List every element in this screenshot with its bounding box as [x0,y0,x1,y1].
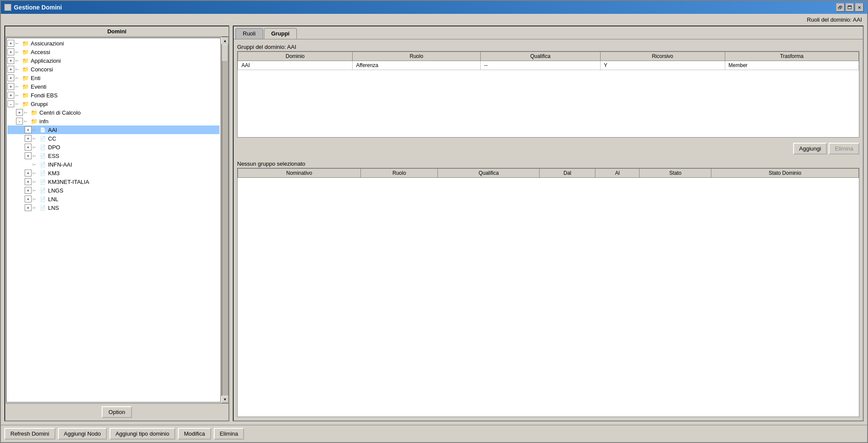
expander-lngs[interactable]: + [25,187,32,194]
expander-fondi-ebs[interactable]: + [7,92,14,99]
label-km3: KM3 [48,170,60,177]
tab-gruppi[interactable]: Gruppi [264,28,297,39]
groups-section: Gruppi del dominio: AAI Dominio Ruolo Qu… [237,43,859,138]
restore-button[interactable]: 🗗 [836,3,845,12]
tree-item-centri-calcolo[interactable]: + ⊢ 📁 Centri di Calcolo [7,108,219,117]
label-lnl: LNL [48,196,58,202]
elimina-button[interactable]: Elimina [214,428,244,440]
maximize-button[interactable]: 🗖 [845,3,854,12]
option-area: Option [5,403,228,421]
label-concorsi: Concorsi [31,66,53,73]
tree-item-lngs[interactable]: + ⊢ 📄 LNGS [7,186,219,195]
window-title: Gestione Domini [14,4,62,11]
expander-infn[interactable]: - [16,118,23,125]
folder-icon-gruppi: 📁 [22,100,29,107]
label-aai: AAI [48,127,57,133]
tree-item-concorsi[interactable]: + ⊢ 📁 Concorsi [7,65,219,74]
tree-item-fondi-ebs[interactable]: + ⊢ 📁 Fondi EBS [7,91,219,100]
option-button[interactable]: Option [102,406,132,418]
aggiungi-tipo-button[interactable]: Aggiungi tipo dominio [109,428,175,440]
label-dpo: DPO [48,144,60,151]
cell-qualifica: -- [480,61,600,70]
scroll-thumb[interactable] [222,44,228,61]
col-trasforma: Trasforma [725,52,858,61]
cell-ruolo: Afferenza [352,61,480,70]
expander-cc[interactable]: + [25,135,32,142]
window-icon [4,4,11,11]
expander-assicurazioni[interactable]: + [7,40,14,47]
doc-icon-aai: 📄 [39,126,46,133]
expander-km3net-italia[interactable]: + [25,178,32,185]
scroll-track[interactable] [222,44,228,396]
expander-gruppi[interactable]: - [7,100,14,107]
tree-item-lnl[interactable]: + ⊢ 📄 LNL [7,195,219,203]
tree-item-km3net-italia[interactable]: + ⊢ 📄 KM3NET-ITALIA [7,177,219,186]
expander-km3[interactable]: + [25,170,32,177]
doc-icon-km3net-italia: 📄 [39,178,46,185]
tree-item-cc[interactable]: + ⊢ 📄 CC [7,134,219,143]
expander-centri-calcolo[interactable]: + [16,109,23,116]
tree-item-accessi[interactable]: + ⊢ 📁 Accessi [7,48,219,56]
expander-accessi[interactable]: + [7,48,14,55]
label-km3net-italia: KM3NET-ITALIA [48,179,89,185]
aggiungi-nodo-button[interactable]: Aggiungi Nodo [58,428,107,440]
folder-icon-applicazioni: 📁 [22,57,29,64]
tree-item-gruppi[interactable]: - ⊢ 📁 Gruppi [7,100,219,108]
doc-icon-lnl: 📄 [39,196,46,202]
scroll-down-button[interactable]: ▼ [222,396,228,403]
modifica-button[interactable]: Modifica [178,428,211,440]
tree-item-applicazioni[interactable]: + ⊢ 📁 Applicazioni [7,56,219,65]
expander-lns[interactable]: + [25,204,32,211]
tab-content-gruppi: Gruppi del dominio: AAI Dominio Ruolo Qu… [234,39,863,421]
tree-area[interactable]: + ⊢ 📁 Assicurazioni + ⊢ 📁 Accessi + ⊢ [6,38,221,402]
titlebar-controls: 🗗 🗖 ✕ [836,3,864,12]
folder-icon-enti: 📁 [22,74,29,81]
expander-concorsi[interactable]: + [7,66,14,73]
tree-item-lns[interactable]: + ⊢ 📄 LNS [7,203,219,212]
scroll-up-button[interactable]: ▲ [222,37,228,44]
label-enti: Enti [31,75,40,81]
members-table: Nominativo Ruolo Qualifica Dal Al Stato … [238,168,859,178]
label-infn-aai: INFN-AAI [48,161,72,168]
col-dominio: Dominio [238,52,353,61]
label-fondi-ebs: Fondi EBS [31,92,58,99]
tree-scrollbar[interactable]: ▲ ▼ [222,37,228,403]
table-row[interactable]: AAI Afferenza -- Y Member [238,61,859,70]
label-lngs: LNGS [48,187,63,194]
expander-aai[interactable]: + [25,126,32,133]
col-stato: Stato [640,169,711,178]
tree-item-aai[interactable]: + ⊢ 📄 AAI [7,125,219,134]
col-m-qualifica: Qualifica [438,169,540,178]
col-nominativo: Nominativo [238,169,361,178]
expander-lnl[interactable]: + [25,196,32,202]
tree-item-eventi[interactable]: + ⊢ 📁 Eventi [7,82,219,91]
aggiungi-button[interactable]: Aggiungi [793,143,827,154]
tree-item-assicurazioni[interactable]: + ⊢ 📁 Assicurazioni [7,39,219,48]
tab-ruoli[interactable]: Ruoli [235,28,263,39]
label-applicazioni: Applicazioni [31,58,61,64]
refresh-button[interactable]: Refresh Domini [4,428,55,440]
cell-trasforma: Member [725,61,858,70]
tree-item-enti[interactable]: + ⊢ 📁 Enti [7,74,219,82]
close-button[interactable]: ✕ [855,3,864,12]
tree-item-infn-aai[interactable]: ⊢ 📄 INFN-AAI [7,160,219,169]
col-al: Al [595,169,640,178]
expander-ess[interactable]: + [25,152,32,159]
folder-icon-infn: 📁 [31,118,38,125]
label-assicurazioni: Assicurazioni [31,40,64,47]
expander-enti[interactable]: + [7,74,14,81]
tree-item-km3[interactable]: + ⊢ 📄 KM3 [7,169,219,177]
cell-dominio: AAI [238,61,353,70]
col-m-ruolo: Ruolo [361,169,438,178]
expander-dpo[interactable]: + [25,144,32,151]
label-ess: ESS [48,153,59,159]
elimina-group-button[interactable]: Elimina [829,143,859,154]
expander-applicazioni[interactable]: + [7,57,14,64]
tree-item-ess[interactable]: + ⊢ 📄 ESS [7,151,219,160]
doc-icon-cc: 📄 [39,135,46,142]
tree-item-dpo[interactable]: + ⊢ 📄 DPO [7,143,219,151]
expander-eventi[interactable]: + [7,83,14,90]
tree-item-infn[interactable]: - ⊢ 📁 infn [7,117,219,125]
left-panel: Domini + ⊢ 📁 Assicurazioni + ⊢ 📁 Accessi [4,26,229,421]
label-infn: infn [39,118,48,125]
